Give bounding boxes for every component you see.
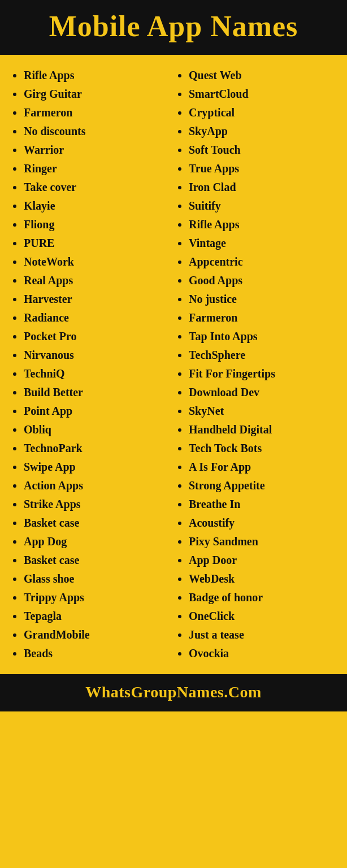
list-item: SkyNet xyxy=(189,402,336,420)
list-item: Ringer xyxy=(24,159,171,178)
list-item: Badge of honor xyxy=(189,588,336,607)
main-content: Rifle AppsGirg GuitarFarmeronNo discount… xyxy=(0,55,347,674)
list-item: Strong Appetite xyxy=(189,476,336,495)
list-item: Radiance xyxy=(24,309,171,327)
list-item: A Is For App xyxy=(189,458,336,476)
list-item: Beads xyxy=(24,644,171,663)
list-item: Point App xyxy=(24,402,171,420)
list-item: Appcentric xyxy=(189,253,336,271)
list-item: No justice xyxy=(189,290,336,309)
list-item: Tepagla xyxy=(24,607,171,626)
list-item: NoteWork xyxy=(24,253,171,271)
list-item: PURE xyxy=(24,234,171,253)
list-item: Klayie xyxy=(24,197,171,215)
list-item: Obliq xyxy=(24,420,171,439)
list-item: Warrior xyxy=(24,141,171,159)
list-item: Pixy Sandmen xyxy=(189,532,336,551)
list-item: Fliong xyxy=(24,215,171,234)
list-item: Action Apps xyxy=(24,476,171,495)
list-item: Girg Guitar xyxy=(24,85,171,103)
list-item: True Apps xyxy=(189,159,336,178)
list-item: Iron Clad xyxy=(189,178,336,197)
list-item: Take cover xyxy=(24,178,171,197)
list-item: Cryptical xyxy=(189,103,336,122)
list-item: Rifle Apps xyxy=(189,215,336,234)
list-item: Quest Web xyxy=(189,66,336,85)
list-item: Basket case xyxy=(24,551,171,570)
list-item: No discounts xyxy=(24,122,171,141)
list-item: SmartCloud xyxy=(189,85,336,103)
list-item: TechniQ xyxy=(24,364,171,383)
list-item: Vintage xyxy=(189,234,336,253)
list-item: Download Dev xyxy=(189,383,336,402)
list-item: Pocket Pro xyxy=(24,327,171,346)
list-item: Handheld Digital xyxy=(189,420,336,439)
list-item: TechSphere xyxy=(189,346,336,364)
list-item: Trippy Apps xyxy=(24,588,171,607)
list-item: Glass shoe xyxy=(24,570,171,588)
page-header: Mobile App Names xyxy=(0,0,347,55)
list-item: Tap Into Apps xyxy=(189,327,336,346)
list-item: WebDesk xyxy=(189,570,336,588)
list-item: SkyApp xyxy=(189,122,336,141)
page-title: Mobile App Names xyxy=(11,10,336,42)
list-item: Basket case xyxy=(24,514,171,532)
list-item: Farmeron xyxy=(24,103,171,122)
list-item: Tech Tock Bots xyxy=(189,439,336,458)
list-item: TechnoPark xyxy=(24,439,171,458)
list-item: Harvester xyxy=(24,290,171,309)
list-item: Rifle Apps xyxy=(24,66,171,85)
list-item: GrandMobile xyxy=(24,626,171,644)
list-item: Farmeron xyxy=(189,309,336,327)
list-item: Good Apps xyxy=(189,271,336,290)
list-item: App Dog xyxy=(24,532,171,551)
list-item: Breathe In xyxy=(189,495,336,514)
list-item: Soft Touch xyxy=(189,141,336,159)
list-item: Build Better xyxy=(24,383,171,402)
list-item: Nirvanous xyxy=(24,346,171,364)
right-column: Quest WebSmartCloudCrypticalSkyAppSoft T… xyxy=(176,66,336,663)
columns-container: Rifle AppsGirg GuitarFarmeronNo discount… xyxy=(11,66,336,663)
footer-label: WhatsGroupNames.Com xyxy=(11,683,336,701)
list-item: OneClick xyxy=(189,607,336,626)
list-item: Fit For Fingertips xyxy=(189,364,336,383)
list-item: Strike Apps xyxy=(24,495,171,514)
left-list: Rifle AppsGirg GuitarFarmeronNo discount… xyxy=(11,66,171,663)
left-column: Rifle AppsGirg GuitarFarmeronNo discount… xyxy=(11,66,171,663)
list-item: App Door xyxy=(189,551,336,570)
list-item: Swipe App xyxy=(24,458,171,476)
list-item: Just a tease xyxy=(189,626,336,644)
list-item: Acoustify xyxy=(189,514,336,532)
list-item: Real Apps xyxy=(24,271,171,290)
list-item: Suitify xyxy=(189,197,336,215)
list-item: Ovockia xyxy=(189,644,336,663)
page-footer: WhatsGroupNames.Com xyxy=(0,674,347,711)
right-list: Quest WebSmartCloudCrypticalSkyAppSoft T… xyxy=(176,66,336,663)
